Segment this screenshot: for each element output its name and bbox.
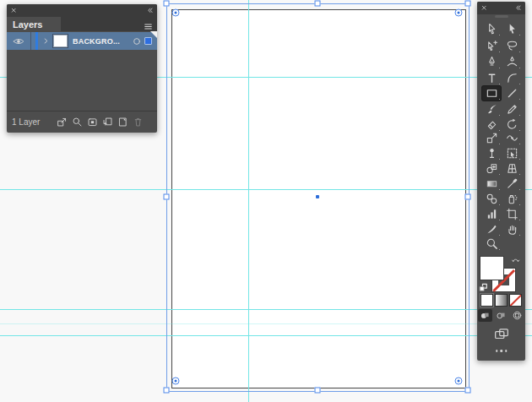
selection-handle[interactable]: [465, 1, 471, 7]
line-segment-tool[interactable]: [502, 86, 521, 100]
appearance-buttons: [477, 295, 525, 306]
selection-color-indicator[interactable]: [144, 37, 152, 45]
column-graph-tool[interactable]: [482, 207, 501, 221]
perspective-grid-tool[interactable]: [502, 161, 521, 176]
layer-thumbnail[interactable]: [53, 35, 68, 47]
selection-center-point[interactable]: [316, 195, 319, 198]
clipping-mask-icon[interactable]: [87, 117, 98, 128]
layer-row[interactable]: BACKGRO...: [7, 32, 157, 50]
layers-list: BACKGRO...: [7, 31, 157, 111]
selection-handle[interactable]: [164, 194, 170, 200]
none-button[interactable]: [510, 295, 521, 306]
lasso-tool[interactable]: [502, 39, 521, 53]
toolbar-panel: [477, 2, 525, 361]
layers-panel-titlebar: [7, 4, 157, 17]
visibility-eye-icon[interactable]: [7, 35, 30, 47]
default-swatches-icon[interactable]: [479, 283, 488, 292]
curvature-tool[interactable]: [502, 55, 521, 69]
rotate-tool[interactable]: [502, 117, 521, 132]
arc-tool[interactable]: [502, 71, 521, 85]
edit-toolbar-ellipsis-icon[interactable]: [496, 350, 508, 352]
draw-normal-mode[interactable]: [478, 309, 492, 322]
target-circle-icon[interactable]: [133, 37, 141, 46]
locate-object-icon[interactable]: [72, 117, 83, 128]
width-tool[interactable]: [502, 131, 521, 145]
type-tool[interactable]: [482, 71, 501, 85]
symbol-sprayer-tool[interactable]: [502, 192, 521, 206]
selection-handle[interactable]: [164, 388, 170, 394]
delete-trash-icon[interactable]: [133, 117, 144, 128]
artboard-tool[interactable]: [502, 207, 521, 221]
selection-handle[interactable]: [465, 194, 471, 200]
puppet-warp-tool[interactable]: [482, 146, 501, 160]
free-transform-tool[interactable]: [502, 146, 521, 160]
layers-panel: Layers BACKGRO... 1 Layer: [7, 4, 157, 133]
eyedropper-tool[interactable]: [502, 177, 521, 191]
color-button[interactable]: [481, 295, 492, 306]
close-icon[interactable]: [10, 7, 18, 14]
row-divider: [30, 32, 31, 50]
layer-count: 1 Layer: [12, 117, 57, 127]
selection-handle[interactable]: [465, 388, 471, 394]
collapse-panel-icon[interactable]: [146, 7, 154, 14]
layers-bottom-icons: [57, 117, 144, 128]
new-layer-icon[interactable]: [117, 117, 128, 128]
panel-corner-notch: [150, 31, 157, 38]
layers-tab-label: Layers: [13, 19, 42, 30]
slice-tool[interactable]: [482, 222, 501, 236]
direct-selection-tool[interactable]: [482, 22, 501, 36]
draw-inside-mode[interactable]: [510, 309, 524, 322]
selection-accent-bar: [35, 32, 38, 50]
close-icon[interactable]: [480, 4, 488, 12]
blend-tool[interactable]: [482, 192, 501, 206]
paintbrush-tool[interactable]: [482, 102, 501, 117]
panel-grip[interactable]: [495, 15, 508, 18]
swap-fill-stroke-icon[interactable]: [511, 256, 521, 266]
pen-tool[interactable]: [482, 55, 501, 69]
tab-layers[interactable]: Layers: [7, 17, 61, 31]
gradient-tool[interactable]: [482, 177, 501, 191]
screen-mode-icon[interactable]: [494, 327, 509, 342]
shape-builder-tool[interactable]: [482, 161, 501, 176]
corner-radius-widget[interactable]: [455, 378, 463, 385]
gradient-button[interactable]: [496, 295, 507, 306]
collapse-panel-icon[interactable]: [514, 4, 522, 12]
collect-for-export-icon[interactable]: [57, 117, 68, 128]
draw-behind-mode[interactable]: [494, 309, 508, 322]
layers-bottom-bar: 1 Layer: [7, 111, 157, 133]
corner-radius-widget[interactable]: [172, 9, 180, 17]
fill-swatch[interactable]: [480, 257, 503, 280]
hand-tool[interactable]: [502, 222, 521, 236]
eraser-tool[interactable]: [482, 117, 501, 132]
toolbar-titlebar: [477, 2, 525, 14]
new-sublayer-icon[interactable]: [102, 117, 113, 128]
selection-handle[interactable]: [164, 1, 170, 7]
zoom-tool[interactable]: [482, 236, 501, 251]
layer-name[interactable]: BACKGRO...: [73, 37, 133, 46]
expand-chevron-icon[interactable]: [42, 37, 50, 45]
selection-handle[interactable]: [314, 1, 320, 7]
drawing-modes: [477, 309, 525, 322]
fill-stroke-swatches: [477, 255, 525, 299]
rectangle-tool[interactable]: [482, 86, 501, 100]
group-selection-tool[interactable]: [482, 39, 501, 53]
pencil-tool[interactable]: [502, 102, 521, 117]
selection-handle[interactable]: [314, 388, 320, 394]
scale-tool[interactable]: [482, 131, 501, 145]
corner-radius-widget[interactable]: [455, 9, 463, 17]
layers-tab-row: Layers: [7, 17, 157, 31]
corner-radius-widget[interactable]: [172, 378, 180, 385]
illustrator-workspace: Layers BACKGRO... 1 Layer: [0, 0, 532, 402]
selection-tool[interactable]: [502, 22, 521, 36]
